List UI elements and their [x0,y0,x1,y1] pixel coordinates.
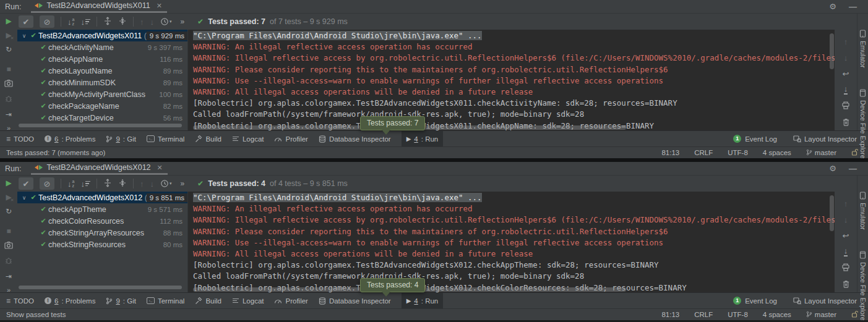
stop-button[interactable]: ■ [6,227,11,235]
file-encoding[interactable]: UTF-8 [728,311,748,318]
scroll-to-end-button[interactable]: ↓ [844,85,848,95]
toolwindow-logcat[interactable]: Logcat [232,131,264,146]
run-tab[interactable]: TestB2AdvancedWidgetsX012 ✕ [31,162,167,175]
toolwindow-terminal[interactable]: ›_Terminal [147,293,184,308]
show-ignored-filter-button[interactable]: ⊘ [40,177,54,190]
toolwindow-database-inspector[interactable]: Database Inspector [319,293,391,308]
indent-setting[interactable]: 4 spaces [763,311,791,318]
test-history-button[interactable]: ▾ [160,17,172,26]
rerun-failed-tests-button[interactable]: ▶✕ [6,193,11,201]
test-case-row[interactable]: ✔ checkStringArrayResources 88 ms [17,227,187,239]
event-log-button[interactable]: 1Event Log [733,297,777,305]
sort-alphabetically-button[interactable]: ↓az [67,179,74,189]
caret-position[interactable]: 81:13 [661,149,679,156]
console-vertical-scrollbar[interactable] [830,195,834,231]
test-case-row[interactable]: ✔ checkMyActivityParentClass 100 ms [17,88,187,100]
collapse-all-button[interactable] [118,179,127,189]
test-case-row[interactable]: ✔ checkColorResources 112 ms [17,215,187,227]
console-output[interactable]: "C:\Program Files\Android\Android Studio… [188,192,835,292]
lock-icon[interactable] [851,310,858,319]
console-vertical-scrollbar[interactable] [830,33,834,69]
event-log-button[interactable]: 1Event Log [733,135,777,143]
layout-inspector-button[interactable]: Layout Inspector [793,135,857,143]
previous-occurrence-button[interactable]: ↑ [140,17,144,27]
clear-all-button[interactable] [842,280,850,290]
next-occurrence-button[interactable]: ↓ [150,17,154,27]
toggle-auto-test-button[interactable]: ↻ [6,45,12,54]
sort-alphabetically-button[interactable]: ↓az [67,17,74,27]
caret-position[interactable]: 81:13 [661,311,679,318]
toolwindow-build[interactable]: Build [195,293,221,308]
sort-by-duration-button[interactable]: ↓ [80,17,90,27]
toolwindow-git[interactable]: 9: Git [106,293,136,308]
rerun-button[interactable]: ▶ [6,179,11,187]
test-case-row[interactable]: ✔ checkAppName 116 ms [17,53,187,65]
soft-wrap-button[interactable]: ↩ [843,69,849,78]
up-stack-trace-button[interactable]: ↑ [844,199,848,208]
expand-all-button[interactable] [103,179,112,189]
emulator-stripe-button[interactable]: Emulator [859,192,867,230]
test-case-row[interactable]: ✔ checkTargetDevice 56 ms [17,112,187,124]
toolwindow-run[interactable]: ▶4: Run [402,131,444,146]
show-passed-filter-button[interactable]: ✔ [19,15,33,28]
test-suite-row[interactable]: ∨ ✔ TestB2AdvancedWidgetsX011 (org.ap 9 … [17,30,187,41]
show-passed-filter-button[interactable]: ✔ [19,177,33,190]
chevron-down-icon[interactable]: ∨ [20,33,28,39]
settings-gear-icon[interactable]: ⚙ [829,2,836,11]
chevron-down-icon[interactable]: ∨ [20,195,28,201]
line-ending[interactable]: CRLF [694,149,713,156]
sort-by-duration-button[interactable]: ↓ [80,179,90,189]
close-tab-icon[interactable]: ✕ [157,2,162,10]
emulator-stripe-button[interactable]: Emulator [859,30,867,68]
file-encoding[interactable]: UTF-8 [728,149,748,156]
rerun-button[interactable]: ▶ [6,17,11,25]
toolwindow-build[interactable]: Build [195,131,221,146]
settings-gear-icon[interactable]: ⚙ [829,164,836,173]
toolwindow-run[interactable]: ▶4: Run [402,293,444,308]
test-case-row[interactable]: ✔ checkStringResources 80 ms [17,239,187,250]
close-tab-icon[interactable]: ✕ [157,164,163,172]
toolwindow-database-inspector[interactable]: Database Inspector [319,131,391,146]
import-tests-button[interactable]: ⇥ [6,272,12,281]
bug-filter-button[interactable] [4,95,13,104]
layout-inspector-button[interactable]: Layout Inspector [793,297,857,305]
screenshot-button[interactable] [4,79,13,89]
soft-wrap-button[interactable]: ↩ [843,231,849,240]
up-stack-trace-button[interactable]: ↑ [844,37,848,46]
test-case-row[interactable]: ✔ checkLayoutName 89 ms [17,65,187,77]
expand-all-button[interactable] [103,17,112,27]
toolwindow-git[interactable]: 9: Git [106,131,136,146]
more-toolbar-actions-icon[interactable]: » [180,179,185,188]
rerun-failed-tests-button[interactable]: ▶✕ [6,31,11,40]
toolwindow-profiler[interactable]: Profiler [274,131,307,146]
hide-window-icon[interactable]: — [849,164,857,173]
git-branch-widget[interactable]: master [806,311,836,318]
toggle-auto-test-button[interactable]: ↻ [6,207,12,216]
import-tests-button[interactable]: ⇥ [6,110,12,119]
down-stack-trace-button[interactable]: ↓ [844,53,848,62]
line-ending[interactable]: CRLF [694,311,713,318]
toolwindow-problems[interactable]: !6: Problems [45,131,95,146]
test-history-button[interactable]: ▾ [160,179,172,188]
down-stack-trace-button[interactable]: ↓ [844,215,848,224]
test-case-row[interactable]: ✔ checkActivityName 9 s 397 ms [17,41,187,53]
print-button[interactable] [841,263,850,273]
test-suite-row[interactable]: ∨ ✔ TestB2AdvancedWidgetsX012 (org.ap 9 … [17,192,187,203]
toolwindow-problems[interactable]: !6: Problems [45,293,95,308]
tree-horizontal-scrollbar[interactable] [19,286,182,289]
screenshot-button[interactable] [4,241,13,251]
indent-setting[interactable]: 4 spaces [763,149,791,156]
stop-button[interactable]: ■ [6,65,11,74]
more-toolbar-actions-icon[interactable]: » [180,17,185,26]
toolwindow-todo[interactable]: ≡TODO [6,293,34,308]
hide-window-icon[interactable]: — [849,2,857,11]
toolwindow-logcat[interactable]: Logcat [232,293,264,308]
previous-occurrence-button[interactable]: ↑ [140,179,144,189]
test-case-row[interactable]: ✔ checkMinimumSDK 89 ms [17,77,187,88]
toolwindow-profiler[interactable]: Profiler [274,293,307,308]
test-case-row[interactable]: ✔ checkAppTheme 9 s 571 ms [17,203,187,215]
run-tab[interactable]: TestB2AdvancedWidgetsX011 ✕ [31,0,166,13]
scroll-to-end-button[interactable]: ↓ [844,247,848,256]
lock-icon[interactable] [851,148,858,157]
print-button[interactable] [841,101,850,111]
